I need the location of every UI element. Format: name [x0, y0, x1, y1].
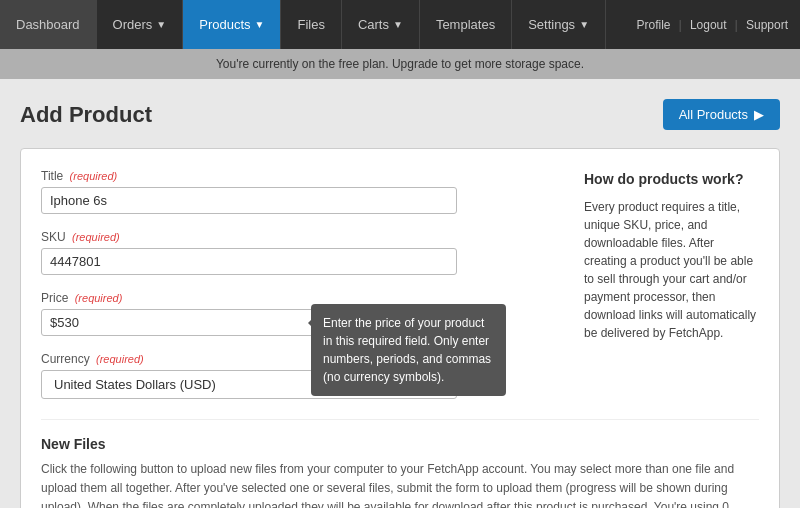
nav-orders-arrow: ▼: [156, 19, 166, 30]
banner-text: You're currently on the free plan. Upgra…: [216, 57, 584, 71]
title-group: Title (required): [41, 169, 457, 214]
nav-divider-1: |: [678, 17, 681, 32]
currency-label-text: Currency: [41, 352, 90, 366]
nav-products[interactable]: Products ▼: [183, 0, 281, 49]
currency-required: (required): [96, 353, 144, 365]
nav-carts-arrow: ▼: [393, 19, 403, 30]
nav-templates-label: Templates: [436, 17, 495, 32]
nav-files[interactable]: Files: [281, 0, 341, 49]
page-container: Add Product All Products ▶ Title (requir…: [10, 99, 790, 508]
nav-divider-2: |: [735, 17, 738, 32]
title-required: (required): [70, 170, 118, 182]
help-text: Every product requires a title, unique S…: [584, 198, 759, 342]
nav-dashboard-label: Dashboard: [16, 17, 80, 32]
sku-input[interactable]: [41, 248, 457, 275]
nav-logout-link[interactable]: Logout: [690, 18, 727, 32]
files-section-description: Click the following button to upload new…: [41, 460, 759, 508]
price-label: Price (required): [41, 291, 457, 305]
nav-carts-label: Carts: [358, 17, 389, 32]
help-sidebar: How do products work? Every product requ…: [584, 169, 759, 342]
page-header: Add Product All Products ▶: [20, 99, 780, 130]
files-section-title: New Files: [41, 436, 759, 452]
price-tooltip: Enter the price of your product in this …: [311, 304, 506, 396]
all-products-label: All Products: [679, 107, 748, 122]
files-section: New Files Click the following button to …: [41, 419, 759, 508]
price-label-text: Price: [41, 291, 68, 305]
nav-products-arrow: ▼: [255, 19, 265, 30]
title-input[interactable]: [41, 187, 457, 214]
nav-orders-label: Orders: [113, 17, 153, 32]
help-title: How do products work?: [584, 169, 759, 190]
all-products-button[interactable]: All Products ▶: [663, 99, 780, 130]
nav-templates[interactable]: Templates: [420, 0, 512, 49]
nav-orders[interactable]: Orders ▼: [97, 0, 184, 49]
nav-products-label: Products: [199, 17, 250, 32]
sku-label: SKU (required): [41, 230, 457, 244]
nav-settings-label: Settings: [528, 17, 575, 32]
price-required: (required): [75, 292, 123, 304]
sku-group: SKU (required): [41, 230, 457, 275]
nav-carts[interactable]: Carts ▼: [342, 0, 420, 49]
nav-support-link[interactable]: Support: [746, 18, 788, 32]
page-title: Add Product: [20, 102, 152, 128]
main-card: Title (required) SKU (required) Price (r…: [20, 148, 780, 508]
nav-files-label: Files: [297, 17, 324, 32]
tooltip-text: Enter the price of your product in this …: [323, 316, 491, 384]
nav-settings-arrow: ▼: [579, 19, 589, 30]
nav-dashboard[interactable]: Dashboard: [0, 0, 97, 49]
sku-required: (required): [72, 231, 120, 243]
sku-label-text: SKU: [41, 230, 66, 244]
upgrade-banner: You're currently on the free plan. Upgra…: [0, 49, 800, 79]
title-label-text: Title: [41, 169, 63, 183]
top-nav: Dashboard Orders ▼ Products ▼ Files Cart…: [0, 0, 800, 49]
nav-right: Profile | Logout | Support: [624, 0, 800, 49]
nav-settings[interactable]: Settings ▼: [512, 0, 606, 49]
all-products-arrow-icon: ▶: [754, 107, 764, 122]
title-label: Title (required): [41, 169, 457, 183]
nav-profile-link[interactable]: Profile: [636, 18, 670, 32]
